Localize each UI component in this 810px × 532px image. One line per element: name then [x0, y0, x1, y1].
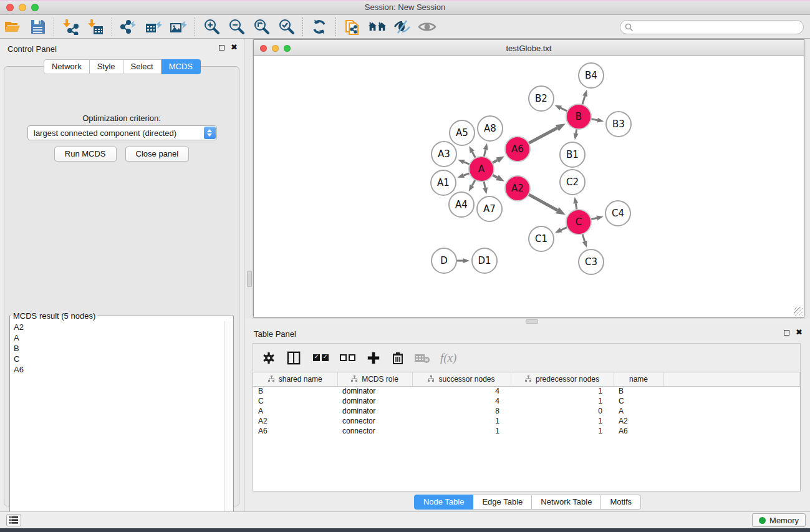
table-row[interactable]: A2connector11A2	[253, 416, 800, 426]
graph-edge[interactable]	[528, 128, 557, 143]
table-cell[interactable]: C	[253, 396, 337, 406]
table-cell[interactable]: dominator	[337, 396, 412, 406]
export-image-button[interactable]	[169, 17, 188, 36]
refresh-button[interactable]	[310, 17, 329, 36]
graph-node-D[interactable]: D	[431, 248, 457, 274]
graph-node-C3[interactable]: C3	[578, 249, 604, 275]
table-cell[interactable]: B	[614, 386, 663, 396]
table-cell[interactable]: 1	[412, 416, 511, 426]
vertical-splitter-grip[interactable]	[247, 271, 252, 287]
zoom-selected-button[interactable]	[277, 17, 296, 36]
float-panel-icon[interactable]	[219, 45, 224, 51]
zoom-fit-button[interactable]	[252, 17, 271, 36]
table-settings-button[interactable]	[262, 351, 276, 365]
graph-node-B[interactable]: B	[566, 104, 592, 130]
horizontal-splitter[interactable]	[245, 319, 810, 324]
table-cell[interactable]: C	[614, 396, 663, 406]
table-cell[interactable]: A	[253, 406, 337, 416]
network-window-titlebar[interactable]: testGlobe.txt	[254, 40, 804, 56]
table-cell[interactable]: A6	[253, 426, 337, 436]
table-cell[interactable]: 1	[511, 386, 614, 396]
table-cell[interactable]: 8	[412, 406, 511, 416]
tab-network-table[interactable]: Network Table	[532, 495, 601, 510]
graph-node-A4[interactable]: A4	[448, 191, 475, 218]
graph-node-C[interactable]: C	[566, 209, 592, 235]
node-table[interactable]: shared nameMCDS rolesuccessor nodesprede…	[253, 372, 801, 491]
graph-node-A1[interactable]: A1	[430, 170, 456, 196]
task-history-button[interactable]	[6, 514, 21, 526]
memory-button[interactable]: Memory	[752, 513, 806, 527]
table-cell[interactable]: connector	[337, 426, 412, 436]
toggle-panel-columns-button[interactable]	[287, 351, 301, 365]
create-column-button[interactable]	[367, 351, 380, 365]
tab-style[interactable]: Style	[90, 59, 123, 74]
export-table-button[interactable]	[144, 17, 163, 36]
graph-node-B1[interactable]: B1	[559, 142, 586, 168]
function-builder-button[interactable]: f(x)	[440, 351, 456, 365]
column-header-successor-nodes[interactable]: successor nodes	[412, 372, 511, 386]
table-row[interactable]: Cdominator41C	[253, 396, 800, 406]
column-header-MCDS-role[interactable]: MCDS role	[337, 372, 412, 386]
result-scrollbar[interactable]	[224, 321, 233, 522]
graph-node-A3[interactable]: A3	[431, 141, 457, 167]
close-table-panel-icon[interactable]: ✖	[796, 329, 803, 336]
graph-node-A8[interactable]: A8	[477, 115, 503, 142]
horizontal-splitter-grip[interactable]	[526, 319, 538, 324]
graph-node-A7[interactable]: A7	[476, 196, 503, 222]
close-panel-button[interactable]: Close panel	[125, 147, 190, 162]
search-input[interactable]	[637, 21, 799, 33]
table-body[interactable]: Bdominator41BCdominator41CAdominator80AA…	[253, 386, 800, 436]
graph-node-A[interactable]: A	[468, 156, 494, 182]
tab-edge-table[interactable]: Edge Table	[473, 495, 532, 510]
resize-grip-icon[interactable]	[794, 307, 803, 316]
mcds-result-item[interactable]: A6	[11, 364, 223, 375]
graph-node-B3[interactable]: B3	[605, 111, 632, 137]
deselect-all-button[interactable]	[340, 354, 355, 361]
tab-select[interactable]: Select	[123, 59, 162, 74]
save-session-button[interactable]	[28, 17, 47, 36]
run-mcds-button[interactable]: Run MCDS	[54, 147, 117, 162]
table-cell[interactable]: 4	[412, 386, 511, 396]
table-cell[interactable]: dominator	[337, 386, 412, 396]
graph-node-C4[interactable]: C4	[605, 200, 631, 226]
table-header-row[interactable]: shared nameMCDS rolesuccessor nodesprede…	[253, 372, 800, 386]
graph-node-A5[interactable]: A5	[449, 120, 475, 146]
table-cell[interactable]: 1	[511, 396, 614, 406]
table-cell[interactable]: A	[614, 406, 663, 416]
tab-mcds[interactable]: MCDS	[162, 59, 201, 74]
table-cell[interactable]: 1	[511, 426, 614, 436]
graph-edge[interactable]	[582, 233, 585, 241]
graph-node-A6[interactable]: A6	[504, 136, 531, 162]
table-row[interactable]: Adominator80A	[253, 406, 800, 416]
show-panels-button[interactable]	[418, 17, 436, 36]
delete-table-button[interactable]	[414, 352, 430, 364]
table-cell[interactable]: connector	[337, 416, 412, 426]
table-cell[interactable]: B	[253, 386, 337, 396]
table-cell[interactable]: A2	[614, 416, 663, 426]
tab-network[interactable]: Network	[44, 59, 90, 74]
mcds-result-list[interactable]: A2ABCA6	[11, 322, 223, 521]
delete-column-button[interactable]	[392, 351, 404, 365]
zoom-out-button[interactable]	[227, 17, 246, 36]
column-header-predecessor-nodes[interactable]: predecessor nodes	[511, 372, 614, 386]
mcds-result-item[interactable]: C	[11, 354, 223, 364]
column-header-name[interactable]: name	[614, 372, 663, 386]
table-cell[interactable]: dominator	[337, 406, 412, 416]
table-cell[interactable]: 1	[412, 426, 511, 436]
close-panel-icon[interactable]: ✖	[231, 44, 238, 51]
criterion-select[interactable]: largest connected component (directed)	[27, 125, 217, 140]
import-table-button[interactable]	[86, 17, 105, 36]
home-network-button[interactable]	[368, 17, 387, 36]
graph-node-B2[interactable]: B2	[528, 85, 554, 112]
graph-node-B4[interactable]: B4	[578, 62, 604, 89]
table-cell[interactable]: A2	[253, 416, 337, 426]
open-file-button[interactable]	[3, 17, 22, 36]
graph-node-D1[interactable]: D1	[471, 248, 498, 274]
mcds-result-item[interactable]: B	[11, 343, 223, 354]
table-row[interactable]: Bdominator41B	[253, 386, 800, 396]
tab-node-table[interactable]: Node Table	[414, 495, 474, 510]
graph-edge[interactable]	[528, 194, 557, 210]
export-network-button[interactable]	[119, 17, 138, 36]
table-cell[interactable]: A6	[614, 426, 663, 436]
column-header-shared-name[interactable]: shared name	[253, 372, 337, 386]
